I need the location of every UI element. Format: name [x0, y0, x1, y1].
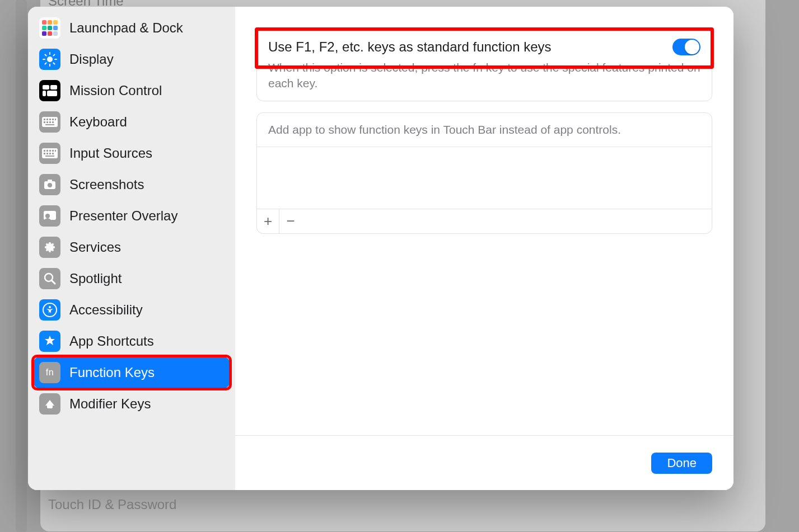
services-icon	[39, 237, 60, 258]
svg-rect-30	[45, 156, 54, 157]
function-keys-option-card: Use F1, F2, etc. keys as standard functi…	[256, 29, 712, 101]
touch-bar-apps-card: Add app to show function keys in Touch B…	[256, 112, 712, 234]
svg-rect-27	[46, 153, 48, 154]
display-icon	[39, 49, 60, 70]
sidebar-item-services[interactable]: Services	[34, 232, 230, 263]
sidebar-item-input-sources[interactable]: Input Sources	[34, 138, 230, 169]
svg-point-33	[48, 183, 52, 187]
sidebar-item-label: Modifier Keys	[69, 396, 224, 412]
sidebar-item-display[interactable]: Display	[34, 44, 230, 75]
option-description: When this option is selected, press the …	[268, 60, 700, 91]
toggle-knob	[685, 40, 699, 54]
svg-point-35	[45, 214, 50, 218]
sidebar-item-function-keys[interactable]: fn Function Keys	[34, 357, 230, 388]
fn-glyph: fn	[46, 368, 54, 378]
backdrop: Screen Time Launchpad & Dock Display Mis…	[0, 0, 799, 532]
svg-line-37	[52, 280, 55, 284]
svg-rect-25	[55, 150, 56, 152]
keyboard-icon	[39, 111, 60, 133]
sidebar-item-label: Spotlight	[69, 271, 224, 286]
spotlight-icon	[39, 268, 60, 289]
sidebar-item-label: Keyboard	[69, 114, 224, 130]
svg-rect-13	[52, 119, 54, 120]
svg-line-8	[53, 55, 54, 56]
done-button[interactable]: Done	[651, 453, 712, 474]
svg-rect-23	[49, 150, 51, 152]
sidebar-item-modifier-keys[interactable]: Modifier Keys	[34, 388, 230, 420]
sheet-footer: Done	[235, 435, 733, 490]
svg-rect-12	[49, 119, 51, 120]
sidebar-item-label: Services	[69, 239, 224, 255]
screenshots-icon	[39, 174, 60, 195]
add-app-button[interactable]: +	[257, 209, 279, 234]
svg-rect-16	[46, 121, 48, 123]
svg-rect-11	[46, 119, 48, 120]
svg-rect-26	[44, 153, 45, 154]
svg-line-7	[45, 63, 46, 64]
touch-bar-apps-footer: + −	[257, 209, 712, 233]
svg-line-6	[53, 63, 54, 64]
svg-rect-14	[55, 119, 56, 120]
sidebar-item-accessibility[interactable]: Accessibility	[34, 294, 230, 326]
svg-rect-21	[44, 150, 45, 152]
occluded-sidebar-below: Touch ID & Password	[48, 497, 176, 532]
presenter-overlay-icon	[39, 205, 60, 227]
main-pane: Use F1, F2, etc. keys as standard functi…	[235, 7, 733, 490]
function-keys-icon: fn	[39, 362, 60, 383]
sidebar-item-label: Mission Control	[69, 83, 224, 98]
svg-rect-18	[52, 121, 54, 123]
settings-sheet: Launchpad & Dock Display Mission Control…	[28, 7, 733, 490]
sidebar-item-label: Input Sources	[69, 145, 224, 161]
sidebar-item-app-shortcuts[interactable]: App Shortcuts	[34, 326, 230, 357]
accessibility-icon	[39, 299, 60, 321]
svg-rect-28	[49, 153, 51, 154]
svg-rect-15	[44, 121, 45, 123]
background-dock-strip	[16, 0, 27, 532]
main-content: Use F1, F2, etc. keys as standard functi…	[235, 7, 733, 435]
mission-control-icon	[39, 80, 60, 101]
option-title: Use F1, F2, etc. keys as standard functi…	[268, 39, 552, 55]
sidebar-item-keyboard[interactable]: Keyboard	[34, 106, 230, 138]
touch-bar-apps-hint: Add app to show function keys in Touch B…	[257, 113, 712, 147]
sidebar-item-screenshots[interactable]: Screenshots	[34, 169, 230, 200]
touch-bar-apps-list[interactable]	[257, 147, 712, 209]
sidebar-item-label: Presenter Overlay	[69, 208, 224, 224]
svg-rect-17	[49, 121, 51, 123]
sidebar-item-label: Display	[69, 51, 224, 67]
sidebar-item-presenter-overlay[interactable]: Presenter Overlay	[34, 200, 230, 232]
sidebar: Launchpad & Dock Display Mission Control…	[28, 7, 235, 490]
sidebar-item-label: App Shortcuts	[69, 333, 224, 349]
modifier-keys-icon	[39, 393, 60, 415]
sidebar-item-label: Accessibility	[69, 302, 224, 318]
option-row: Use F1, F2, etc. keys as standard functi…	[268, 39, 700, 55]
sidebar-item-launchpad[interactable]: Launchpad & Dock	[34, 12, 230, 44]
svg-rect-29	[52, 153, 54, 154]
remove-app-button[interactable]: −	[279, 209, 302, 234]
svg-point-38	[49, 306, 51, 308]
svg-line-5	[45, 55, 46, 56]
input-sources-icon	[39, 143, 60, 164]
svg-rect-22	[46, 150, 48, 152]
app-shortcuts-icon	[39, 331, 60, 352]
sidebar-item-spotlight[interactable]: Spotlight	[34, 263, 230, 294]
svg-rect-32	[48, 180, 52, 182]
svg-point-0	[47, 57, 53, 62]
svg-rect-24	[52, 150, 54, 152]
svg-rect-19	[45, 124, 54, 125]
sidebar-item-label: Function Keys	[69, 365, 224, 380]
svg-rect-10	[44, 119, 45, 120]
sidebar-item-label: Launchpad & Dock	[69, 20, 224, 36]
sidebar-item-mission-control[interactable]: Mission Control	[34, 75, 230, 106]
launchpad-icon	[39, 17, 60, 39]
standard-function-keys-toggle[interactable]	[672, 39, 700, 55]
sidebar-item-label: Screenshots	[69, 177, 224, 192]
